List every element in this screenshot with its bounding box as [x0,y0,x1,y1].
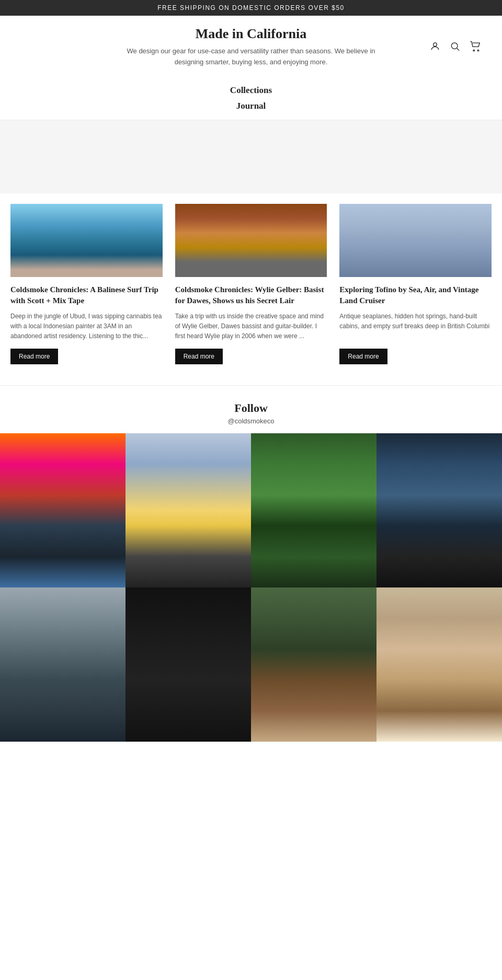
nav-journal[interactable]: Journal [0,98,502,114]
journal-hero [0,120,502,193]
cart-icon[interactable] [470,41,481,54]
instagram-cell-3[interactable] [251,433,376,587]
read-more-button-2[interactable]: Read more [175,349,223,364]
header: Made in California We design our gear fo… [0,16,502,79]
read-more-button-1[interactable]: Read more [10,349,58,364]
follow-title: Follow [0,401,502,415]
blog-card-2: Coldsmoke Chronicles: Wylie Gelber: Basi… [175,204,327,365]
instagram-grid [0,433,502,742]
instagram-cell-8[interactable] [376,587,502,742]
svg-point-1 [451,43,458,49]
instagram-cell-6[interactable] [126,587,251,742]
search-icon[interactable] [450,41,460,54]
blog-card-1: Coldsmoke Chronicles: A Balinese Surf Tr… [10,204,163,365]
blog-excerpt-2: Take a trip with us inside the creative … [175,312,327,342]
blog-section: Coldsmoke Chronicles: A Balinese Surf Tr… [0,193,502,386]
blog-image-1 [10,204,163,277]
svg-point-3 [473,50,475,51]
follow-handle[interactable]: @coldsmokeco [0,417,502,425]
account-icon[interactable] [430,41,440,54]
blog-title-2: Coldsmoke Chronicles: Wylie Gelber: Basi… [175,284,327,306]
blog-grid: Coldsmoke Chronicles: A Balinese Surf Tr… [10,204,492,365]
brand-name: Made in California [21,26,481,42]
brand-tagline: We design our gear for use-case and vers… [120,46,382,68]
header-icons [430,41,481,54]
announcement-bar: FREE SHIPPING ON DOMESTIC ORDERS OVER $5… [0,0,502,16]
blog-excerpt-1: Deep in the jungle of Ubud, I was sippin… [10,312,163,342]
svg-line-2 [457,48,460,51]
instagram-cell-2[interactable] [126,433,251,587]
svg-point-4 [477,50,479,51]
nav-collections[interactable]: Collections [0,83,502,99]
blog-excerpt-3: Antique seaplanes, hidden hot springs, h… [339,312,492,342]
blog-title-3: Exploring Tofino by Sea, Air, and Vintag… [339,284,492,306]
blog-image-3 [339,204,492,277]
svg-point-0 [433,43,437,47]
blog-image-2 [175,204,327,277]
follow-section: Follow @coldsmokeco [0,385,502,742]
instagram-cell-1[interactable] [0,433,126,587]
announcement-text: FREE SHIPPING ON DOMESTIC ORDERS OVER $5… [157,4,345,11]
blog-card-3: Exploring Tofino by Sea, Air, and Vintag… [339,204,492,365]
instagram-cell-5[interactable] [0,587,126,742]
main-nav: Collections Journal [0,79,502,120]
instagram-cell-4[interactable] [376,433,502,587]
read-more-button-3[interactable]: Read more [339,349,387,364]
blog-title-1: Coldsmoke Chronicles: A Balinese Surf Tr… [10,284,163,306]
instagram-cell-7[interactable] [251,587,376,742]
